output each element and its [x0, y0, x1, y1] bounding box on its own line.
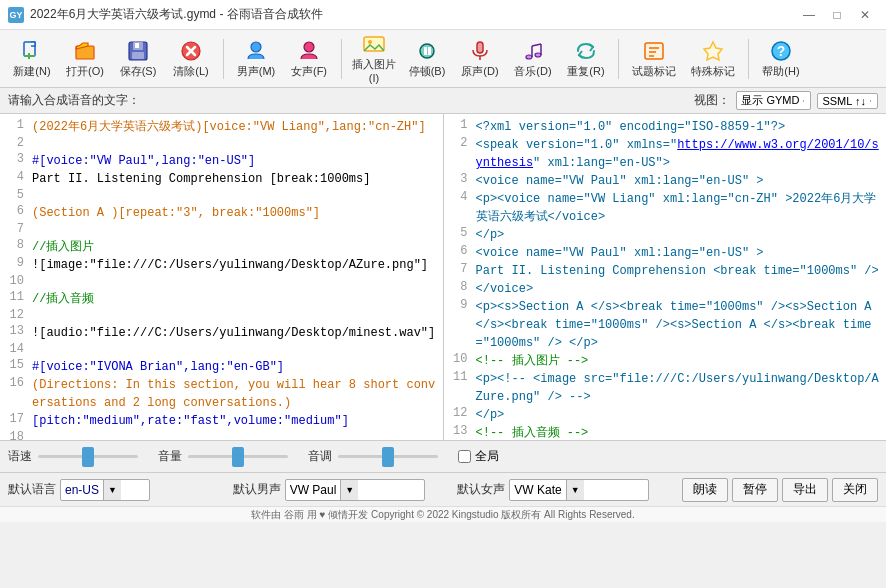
default-male-dropdown[interactable]: VW Paul ▼ — [285, 479, 425, 501]
new-label: 新建(N) — [13, 65, 50, 78]
default-male-label: 默认男声 — [233, 481, 281, 498]
speed-slider[interactable] — [38, 449, 138, 465]
default-lang-label: 默认语言 — [8, 481, 56, 498]
save-button[interactable]: 保存(S) — [112, 35, 164, 83]
table-row: 15#[voice:"IVONA Brian",lang:"en-GB"] — [0, 358, 443, 376]
svg-point-11 — [251, 42, 261, 52]
save-icon — [126, 39, 150, 63]
app-icon: GY — [8, 7, 24, 23]
help-button[interactable]: ? 帮助(H) — [755, 35, 807, 83]
test-mark-button[interactable]: 试题标记 — [625, 35, 683, 83]
voice-icon — [468, 39, 492, 63]
read-button[interactable]: 朗读 — [682, 478, 728, 502]
female-dropdown-arrow[interactable]: ▼ — [566, 480, 584, 500]
open-icon — [73, 39, 97, 63]
view-ssml-value: SSML ↑↓ — [818, 94, 870, 108]
voice-btn[interactable]: 原声(D) — [454, 35, 506, 83]
minimize-button[interactable]: — — [796, 4, 822, 26]
view-gymd-dropdown[interactable]: 显示 GYMD — [736, 91, 811, 110]
table-row: 6(Section A )[repeat:"3", break:"1000ms"… — [0, 204, 443, 222]
female-icon — [297, 39, 321, 63]
image-button[interactable]: 插入图片(I) — [348, 35, 400, 83]
table-row: 12</p> — [444, 406, 887, 424]
table-row: 8</voice> — [444, 280, 887, 298]
table-row: 2 — [0, 136, 443, 152]
pitch-label: 音调 — [308, 448, 332, 465]
default-lang-value: en-US — [61, 482, 103, 498]
male-label: 男声(M) — [237, 65, 276, 78]
lang-dropdown-arrow[interactable]: ▼ — [103, 480, 121, 500]
replay-label: 重复(R) — [567, 65, 604, 78]
svg-text:?: ? — [777, 43, 786, 59]
mark-tools: 试题标记 特殊标记 — [625, 35, 742, 83]
input-label: 请输入合成语音的文字： — [8, 92, 140, 109]
left-editor-pane[interactable]: 1(2022年6月大学英语六级考试)[voice:"VW Liang",lang… — [0, 114, 444, 440]
table-row: 14 — [0, 342, 443, 358]
male-dropdown-arrow[interactable]: ▼ — [340, 480, 358, 500]
default-lang-dropdown[interactable]: en-US ▼ — [60, 479, 150, 501]
music-icon — [521, 39, 545, 63]
new-button[interactable]: 新建(N) — [6, 35, 58, 83]
pause-action-button[interactable]: 暂停 — [732, 478, 778, 502]
female-voice-button[interactable]: 女声(F) — [283, 35, 335, 83]
speed-thumb[interactable] — [82, 447, 94, 467]
title-bar: GY 2022年6月大学英语六级考试.gymd - 谷雨语音合成软件 — □ ✕ — [0, 0, 886, 30]
table-row: 11<p><!-- <image src="file:///C:/Users/y… — [444, 370, 887, 406]
music-button[interactable]: 音乐(D) — [507, 35, 559, 83]
table-row: 8//插入图片 — [0, 238, 443, 256]
table-row: 6<voice name="VW Paul" xml:lang="en-US" … — [444, 244, 887, 262]
save-label: 保存(S) — [120, 65, 157, 78]
table-row: 3#[voice:"VW Paul",lang:"en-US"] — [0, 152, 443, 170]
maximize-button[interactable]: □ — [824, 4, 850, 26]
pitch-slider[interactable] — [338, 449, 438, 465]
insert-tools: 插入图片(I) 停顿(B) 原声(D) 音乐(D) 重复(R) — [348, 35, 612, 83]
close-action-button[interactable]: 关闭 — [832, 478, 878, 502]
volume-slider[interactable] — [188, 449, 288, 465]
close-button[interactable]: ✕ — [852, 4, 878, 26]
table-row: 7 — [0, 222, 443, 238]
special-mark-button[interactable]: 特殊标记 — [684, 35, 742, 83]
table-row: 13<!-- 插入音频 --> — [444, 424, 887, 440]
voice-tools: 男声(M) 女声(F) — [230, 35, 335, 83]
export-button[interactable]: 导出 — [782, 478, 828, 502]
svg-point-21 — [535, 53, 541, 57]
table-row: 18 — [0, 430, 443, 440]
title-text: 2022年6月大学英语六级考试.gymd - 谷雨语音合成软件 — [30, 6, 796, 23]
view-dropdown-arrow[interactable] — [803, 100, 810, 102]
replay-button[interactable]: 重复(R) — [560, 35, 612, 83]
table-row: 10 — [0, 274, 443, 290]
open-label: 打开(O) — [66, 65, 104, 78]
volume-thumb[interactable] — [232, 447, 244, 467]
speed-group: 语速 — [8, 448, 138, 465]
pitch-group: 音调 — [308, 448, 438, 465]
right-editor-pane[interactable]: 1<?xml version="1.0" encoding="ISO-8859-… — [444, 114, 887, 440]
sep3 — [618, 39, 619, 79]
window-controls: — □ ✕ — [796, 4, 878, 26]
test-mark-icon — [642, 39, 666, 63]
new-icon — [20, 39, 44, 63]
clear-button[interactable]: 清除(L) — [165, 35, 217, 83]
pitch-thumb[interactable] — [382, 447, 394, 467]
table-row: 12 — [0, 308, 443, 324]
table-row: 10<!-- 插入图片 --> — [444, 352, 887, 370]
svg-marker-28 — [704, 42, 722, 60]
male-voice-button[interactable]: 男声(M) — [230, 35, 282, 83]
pause-button[interactable]: 停顿(B) — [401, 35, 453, 83]
view-ssml-arrow[interactable] — [870, 100, 877, 102]
special-mark-icon — [701, 39, 725, 63]
bottom-controls: 语速 音量 音调 全局 — [0, 440, 886, 472]
default-female-group: 默认女声 VW Kate ▼ — [457, 479, 676, 501]
default-lang-group: 默认语言 en-US ▼ — [8, 479, 227, 501]
table-row: 4Part II. Listening Comprehension [break… — [0, 170, 443, 188]
table-row: 17[pitch:"medium",rate:"fast",volume:"me… — [0, 412, 443, 430]
all-checkbox[interactable] — [458, 450, 471, 463]
table-row: 11//插入音频 — [0, 290, 443, 308]
svg-rect-7 — [135, 43, 139, 48]
volume-group: 音量 — [158, 448, 288, 465]
open-button[interactable]: 打开(O) — [59, 35, 111, 83]
default-female-dropdown[interactable]: VW Kate ▼ — [509, 479, 649, 501]
view-gymd-value: 显示 GYMD — [737, 92, 803, 109]
view-ssml-dropdown[interactable]: SSML ↑↓ — [817, 93, 878, 109]
test-mark-label: 试题标记 — [632, 65, 676, 78]
view-controls: 视图： 显示 GYMD SSML ↑↓ — [694, 91, 878, 110]
